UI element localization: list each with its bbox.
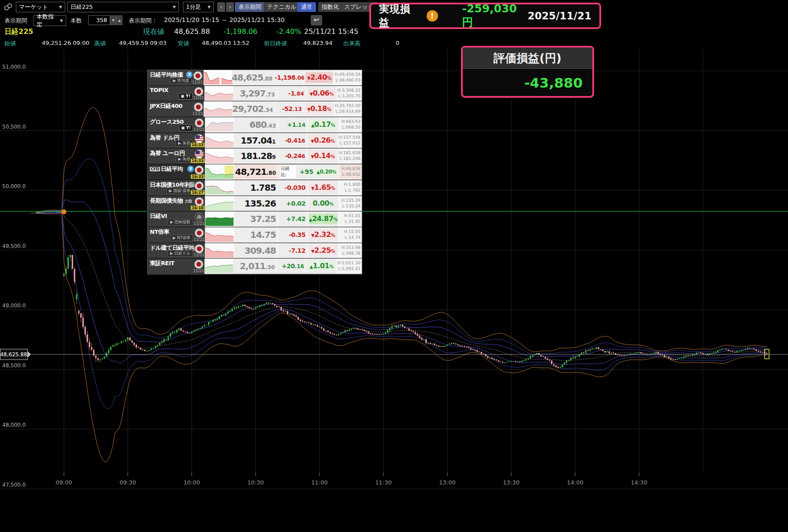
symbol-name: TOPIX <box>150 87 193 93</box>
count-up-button[interactable]: ▲ <box>116 15 123 25</box>
category-pill[interactable]: ▶ 為替 <box>175 156 193 163</box>
symbol-price: 37.25 <box>234 211 278 227</box>
bollinger-upper-band <box>36 107 767 352</box>
y-axis-label: 48,000.0 <box>2 422 26 428</box>
category-pill[interactable]: ▶ 恐怖指数 <box>167 219 193 225</box>
nikkei-diff-value: +95 <box>300 168 313 175</box>
high-low-cell: H:157.544L:157.012 <box>338 133 362 148</box>
symbol-price: 181.289 <box>234 148 278 164</box>
japan-flag-icon <box>194 244 204 254</box>
bollinger-upper-band <box>36 159 767 355</box>
watchlist-row[interactable]: CFD日経平均X16:3348,721.80日経比:+95▲0.20%H:48,… <box>148 164 362 180</box>
category-pill[interactable]: ▶ 日経ドル <box>167 250 193 257</box>
price-change-cell: +1.14 <box>278 117 308 133</box>
quote-timestamp: 11/21 <box>193 269 204 273</box>
link-icon[interactable] <box>4 3 13 11</box>
y-axis-label: 47,500.0 <box>2 482 26 488</box>
quote-symbol: 日経225 <box>4 27 33 37</box>
interval-dropdown[interactable]: 1分足▼ <box>183 2 214 12</box>
watchlist-row[interactable]: TOPIX▣ Y!11/213,297.73-1.84▼0.06%H:3,308… <box>148 86 362 102</box>
count-down-button[interactable]: ▼ <box>110 15 116 25</box>
watchlist-row[interactable]: NT倍率▶ NT倍率11/2114.75-0.35▼2.32%H:15.05L:… <box>148 227 362 243</box>
category-pill[interactable]: ▶ 国債 債券 <box>166 188 193 194</box>
symbol-name-cell: 東証REIT <box>148 259 194 274</box>
yahoo-link-badge[interactable]: ▣ Y! <box>178 93 193 100</box>
symbol-price: 29,702.34 <box>232 101 275 117</box>
indexed-mode-button[interactable]: 指数化 <box>318 2 342 12</box>
stat-value: 48,490.03 13:52 <box>202 40 249 46</box>
bar-count-input[interactable]: 358 <box>88 15 110 25</box>
chevron-down-icon: ▼ <box>56 5 62 9</box>
high-low-cell: H:15.05L:14.74 <box>339 227 362 243</box>
percent-badge: ▼2.25% <box>309 245 337 256</box>
percent-cell: ▼1.65% <box>308 180 339 196</box>
period-mode-dropdown[interactable]: 本数指定▼ <box>33 15 66 26</box>
watchlist-row[interactable]: JPX日経40011/2129,702.34-52.13▼0.18%H:29,7… <box>148 101 362 117</box>
x-axis-label: 10:30 <box>247 479 264 486</box>
percent-badge: ▲1.01% <box>308 261 335 271</box>
reset-button[interactable]: ↩ <box>311 15 322 26</box>
x-axis-label: 14:00 <box>567 479 583 486</box>
watchlist-row[interactable]: 長期国債先物 大取16:18135.26+0.020.00%H:135.29L:… <box>148 196 362 212</box>
x-axis-label: 13:00 <box>439 479 455 486</box>
symbol-name-cell: ドル建て日経平均▶ 日経ドル <box>148 243 194 259</box>
quote-timestamp: 16:33 <box>191 174 204 179</box>
market-dropdown[interactable]: マーケット▼ <box>16 2 65 12</box>
display-period-button[interactable]: 表示期間 <box>235 2 265 12</box>
symbol-icon-cell: 11/21 <box>194 86 204 101</box>
x-axis-label: 10:00 <box>183 479 200 486</box>
percent-cell: ▼0.18% <box>304 101 335 117</box>
nikkei-diff-cell: 日経比:+95▲0.20% <box>278 164 339 180</box>
sparkline-chart <box>205 133 234 148</box>
symbol-price: 1.785 <box>234 180 278 196</box>
period-label: 表示期間 <box>4 17 27 25</box>
normal-mode-button[interactable]: 通常 <box>297 2 316 12</box>
high-low-cell: H:3,308.22L:3,265.70 <box>337 86 362 101</box>
realized-pl-label: 実現損益 <box>379 2 421 30</box>
price-chart[interactable]: 09:0009:3010:0010:3011:0011:3013:0013:30… <box>0 49 788 532</box>
watchlist-row[interactable]: 日経VI▶ 恐怖指数11/2137.25+7.42▲24.87%H:41.01L… <box>148 211 362 227</box>
watchlist-row[interactable]: 東証REIT11/212,011.30+20.16▲1.01%H:2,011.3… <box>148 259 362 274</box>
yahoo-link-badge[interactable]: ▣ Y! <box>179 125 193 131</box>
prev-button[interactable]: ‹ <box>217 2 225 12</box>
japan-flag-icon <box>194 181 204 191</box>
x-axis-label: 09:00 <box>56 479 72 486</box>
percent-badge: ▲0.17% <box>309 119 337 130</box>
next-button[interactable]: › <box>226 2 234 12</box>
percent-badge: ▲0.20% <box>315 167 338 176</box>
percent-cell: ▲24.87% <box>308 211 339 227</box>
symbol-name-cell: 為替 ユーロ円▶ 為替 <box>148 148 194 164</box>
watchlist-row[interactable]: 為替 ユーロ円▶ 為替16:33181.289-0.246▼0.14%H:181… <box>148 148 362 164</box>
technical-button[interactable]: テクニカル <box>264 2 300 12</box>
price-change-cell: -1.84 <box>277 86 306 101</box>
watchlist-row[interactable]: 為替 ドル円▶ 為替16:33157.041-0.416▼0.26%H:157.… <box>148 133 362 149</box>
quote-timestamp: 11/21 <box>192 80 203 85</box>
high-low-cell: H:48,838L:48,652 <box>339 164 362 180</box>
stat-value: 49,251.26 09:00 <box>42 40 89 46</box>
category-pill[interactable]: ▶ NT倍率 <box>170 235 193 241</box>
usdjpy-flag-icon <box>194 134 204 144</box>
stat-label: 安値 <box>178 40 189 48</box>
watchlist-row[interactable]: 日本国債10年利回り▶ 国債 債券16:271.785-0.030▼1.65%H… <box>148 180 362 196</box>
percent-badge: ▼0.26% <box>309 135 337 146</box>
percent-cell: ▼2.25% <box>308 243 339 259</box>
bollinger-lower-band <box>36 214 767 462</box>
symbol-dropdown[interactable]: 日経225▼ <box>67 2 179 12</box>
symbol-icon-cell: 11/21 <box>194 259 204 274</box>
watchlist-row[interactable]: 日経平均株価▶ 寄与度X11/2148,625.88-1,198.06▼2.40… <box>148 70 362 86</box>
stat-label: 前日終値 <box>264 40 287 48</box>
cfd-badge: CFD <box>150 167 160 171</box>
watchlist-row[interactable]: グロース250▣ Y!11/21680.43+1.14▲0.17%H:683.6… <box>148 117 362 133</box>
trade-marker[interactable] <box>62 209 67 214</box>
usdjpy-flag-icon <box>194 149 204 159</box>
category-pill[interactable]: ▶ 寄与度 <box>170 78 192 84</box>
price-change-cell: -1,198.06 <box>275 70 304 85</box>
warning-icon[interactable]: ! <box>427 10 438 22</box>
category-pill[interactable]: ▶ 為替 <box>175 140 193 147</box>
symbol-name-cell: グロース250▣ Y! <box>148 117 194 133</box>
watchlist-row[interactable]: ドル建て日経平均▶ 日経ドル11/21309.48-7.12▼2.25%H:31… <box>148 243 362 259</box>
symbol-icon-cell: 11/21 <box>194 227 205 243</box>
symbol-name-cell: NT倍率▶ NT倍率 <box>148 227 194 243</box>
trading-app-window: マーケット▼ 日経225▼ 1分足▼ ‹ › 表示期間 テクニカル 通常 指数化… <box>0 0 788 532</box>
symbol-name-cell: 日経VI▶ 恐怖指数 <box>148 211 194 227</box>
